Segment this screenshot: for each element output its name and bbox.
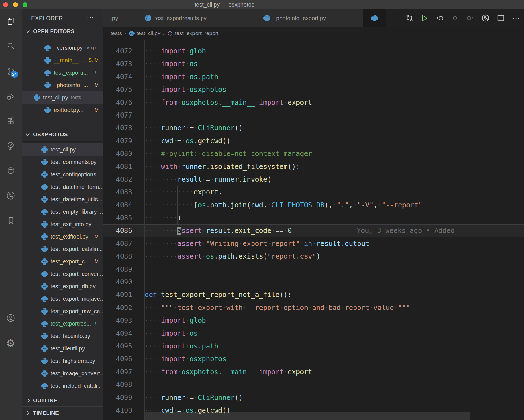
code-lines: 4072····import·glob4073····import·os4074…: [103, 45, 524, 417]
code-line[interactable]: 4095····import·os.path: [103, 340, 524, 353]
code-text: ····from·osxphotos.__main__·import·expor…: [145, 96, 524, 109]
close-icon[interactable]: ✕: [22, 95, 34, 101]
open-editor-item[interactable]: test_exportr...U: [22, 66, 103, 79]
code-line[interactable]: 4073····import·os: [103, 58, 524, 70]
code-line[interactable]: 4076····from·osxphotos.__main__·import·e…: [103, 96, 524, 109]
git-graph-icon[interactable]: [4, 189, 18, 202]
tree-item[interactable]: test_empty_library_...: [22, 205, 103, 218]
tree-item[interactable]: test_comments.py: [22, 156, 103, 168]
run-python-file-icon[interactable]: [421, 14, 428, 22]
tree-item[interactable]: test_fileutil.py: [22, 342, 103, 355]
code-line[interactable]: 4083············export,: [103, 186, 524, 199]
tree-item[interactable]: test_exiftool.pyM: [22, 230, 103, 243]
explorer-icon[interactable]: [4, 14, 18, 28]
code-text: ····import·os: [145, 58, 524, 70]
sidebar-section-outline[interactable]: OUTLINE: [22, 394, 103, 406]
run-and-debug-icon[interactable]: [4, 90, 18, 103]
bookmarks-icon[interactable]: [4, 214, 18, 227]
line-number: 4076: [103, 96, 145, 109]
more-actions-icon[interactable]: ⋯: [512, 14, 520, 22]
tree-item[interactable]: test_export_mojave...: [22, 293, 103, 305]
code-line[interactable]: 4074····import·os.path: [103, 71, 524, 83]
code-line[interactable]: 4077: [103, 109, 524, 122]
tree-item[interactable]: test_faceinfo.py: [22, 330, 103, 342]
code-line[interactable]: 4097····from·osxphotos.__main__·import·e…: [103, 366, 524, 378]
tree-item[interactable]: test_export_catalin...: [22, 243, 103, 255]
split-editor-icon[interactable]: [497, 14, 505, 22]
tree-item[interactable]: test_export_conver...: [22, 268, 103, 280]
open-editor-item[interactable]: ✕test_cli.pytests: [22, 91, 103, 104]
tree-item[interactable]: test_datetime_utils....: [22, 193, 103, 205]
code-line[interactable]: 4085········): [103, 212, 524, 224]
code-line[interactable]: 4084············[os.path.join(cwd,·CLI_P…: [103, 199, 524, 212]
breadcrumb-item[interactable]: tests: [111, 30, 122, 36]
tree-item[interactable]: test_cli.py: [22, 143, 103, 156]
tree-item[interactable]: test_highsierra.py: [22, 355, 103, 367]
tree-item[interactable]: test_exportres...U: [22, 317, 103, 330]
source-control-icon[interactable]: 24: [4, 65, 18, 78]
database-icon[interactable]: [4, 164, 18, 177]
code-line[interactable]: 4089: [103, 263, 524, 276]
line-number: 4086: [103, 225, 145, 237]
breadcrumb-item[interactable]: test_cli.py: [129, 30, 160, 36]
code-line[interactable]: 4078····runner·=·CliRunner(): [103, 122, 524, 135]
tree-item[interactable]: test_configoptions....: [22, 168, 103, 181]
tree-item[interactable]: test_export_db.py: [22, 280, 103, 293]
code-line[interactable]: 4091def·test_export_report_not_a_file():: [103, 289, 524, 301]
code-line[interactable]: 4075····import·osxphotos: [103, 83, 524, 96]
breadcrumb-item[interactable]: test_export_report: [167, 30, 218, 36]
code-line[interactable]: 4096····import·osxphotos: [103, 353, 524, 365]
open-editors-section-header[interactable]: OPEN EDITORS: [22, 26, 103, 37]
settings-gear-icon[interactable]: ⚙: [4, 337, 18, 350]
open-editor-item[interactable]: __main__....5, M: [22, 54, 103, 66]
editor-tab[interactable]: _photoinfo_export.py: [226, 9, 363, 27]
editor-tab[interactable]: test_exportresults.py: [125, 9, 226, 27]
file-name: test_export_c...: [51, 258, 89, 265]
sidebar-more-actions-icon[interactable]: ⋯: [87, 13, 94, 22]
code-line[interactable]: 4099····runner·=·CliRunner(): [103, 391, 524, 404]
sidebar-section-timeline[interactable]: TIMELINE: [22, 406, 103, 419]
tree-item[interactable]: test_incloud_catali...: [22, 380, 103, 392]
code-line[interactable]: 4087········assert·"Writing·export·repor…: [103, 237, 524, 250]
code-line[interactable]: 4088········assert·os.path.exists("repor…: [103, 250, 524, 263]
open-editor-item[interactable]: _version.pyosxp...: [22, 42, 103, 54]
extensions-icon[interactable]: [4, 114, 18, 128]
search-icon[interactable]: [4, 39, 18, 53]
code-line[interactable]: 4093····import·glob: [103, 314, 524, 327]
tree-item[interactable]: test_image_convert...: [22, 367, 103, 380]
code-line[interactable]: 4090: [103, 276, 524, 289]
step-back-icon[interactable]: [436, 14, 444, 22]
record-dot-icon[interactable]: [451, 14, 459, 22]
tree-item[interactable]: test_export_c...M: [22, 255, 103, 268]
close-window-button[interactable]: [3, 2, 8, 7]
tree-item[interactable]: test_export_raw_ca...: [22, 305, 103, 317]
project-section-header[interactable]: OSXPHOTOS: [22, 128, 103, 141]
zoom-window-button[interactable]: [23, 2, 27, 7]
open-editor-item[interactable]: _photoinfo_...M: [22, 79, 103, 91]
editor-tab[interactable]: [363, 9, 386, 27]
editor-tab[interactable]: .py: [103, 9, 125, 27]
tree-item[interactable]: test_exif_info.py: [22, 218, 103, 230]
sidebar-section-npm-scripts[interactable]: NPM SCRIPTS: [22, 419, 103, 420]
code-line[interactable]: 4092····"""·test·export·with·--report·op…: [103, 302, 524, 314]
gitlens-graph-icon[interactable]: [482, 14, 490, 22]
account-icon[interactable]: [4, 311, 18, 325]
horizontal-scrollbar[interactable]: [145, 412, 470, 420]
code-line[interactable]: 4080····#·pylint:·disable=not-context-ma…: [103, 148, 524, 160]
compare-changes-icon[interactable]: [405, 14, 413, 22]
open-editor-item[interactable]: exiftool.py...M: [22, 104, 103, 116]
chevron-right-icon: [26, 411, 30, 415]
code-line[interactable]: 4082········result·=·runner.invoke(: [103, 173, 524, 186]
code-line[interactable]: 4098: [103, 378, 524, 391]
code-line[interactable]: 4072····import·glob: [103, 45, 524, 58]
code-line[interactable]: 4081····with·runner.isolated_filesystem(…: [103, 161, 524, 173]
code-editor[interactable]: 4072····import·glob4073····import·os4074…: [103, 40, 524, 420]
code-line[interactable]: 4079····cwd·=·os.getcwd(): [103, 135, 524, 148]
test-tree-icon[interactable]: [4, 139, 18, 153]
minimize-window-button[interactable]: [13, 2, 18, 7]
code-line[interactable]: 4086········assert·result.exit_code·==·0…: [103, 224, 524, 237]
step-forward-icon[interactable]: [466, 14, 474, 22]
code-text: ····runner·=·CliRunner(): [145, 391, 524, 404]
tree-item[interactable]: test_datetime_form...: [22, 181, 103, 193]
code-line[interactable]: 4094····import·os: [103, 327, 524, 340]
